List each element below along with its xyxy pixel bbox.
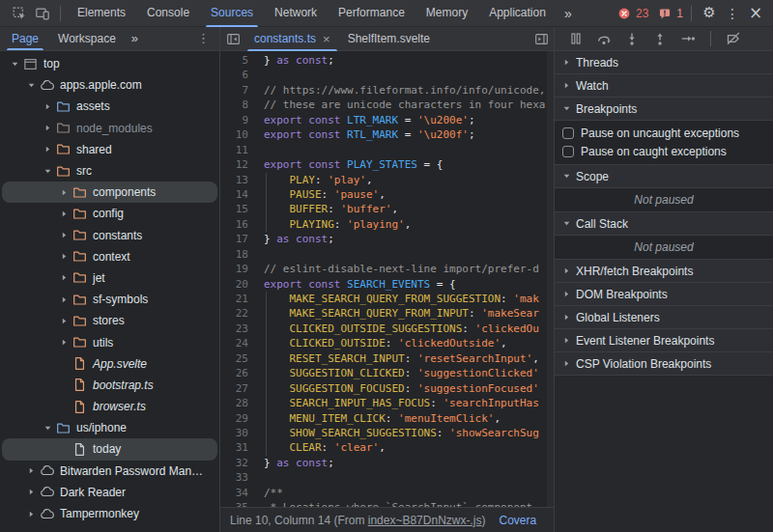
line-number[interactable]: 24 — [220, 336, 252, 350]
line-number[interactable]: 32 — [220, 456, 252, 470]
chevron-right-icon[interactable] — [24, 488, 38, 496]
chevron-right-icon[interactable] — [41, 124, 54, 132]
tree-item-top[interactable]: top — [2, 53, 217, 74]
tree-item-utils[interactable]: utils — [2, 331, 217, 352]
checkbox[interactable] — [562, 127, 574, 139]
coverage-link[interactable]: Covera — [499, 514, 536, 527]
line-number[interactable]: 20 — [220, 277, 252, 292]
section-header[interactable]: DOM Breakpoints — [555, 283, 773, 305]
chevron-right-icon[interactable] — [41, 145, 54, 154]
tree-item-constants[interactable]: constants — [2, 225, 217, 246]
error-count[interactable]: 23 — [636, 7, 648, 20]
step-icon[interactable] — [676, 27, 700, 50]
section-header[interactable]: Scope — [555, 165, 773, 187]
tree-item-assets[interactable]: assets — [2, 96, 217, 117]
tree-item-bitwarden-password-man-[interactable]: Bitwarden Password Man… — [2, 461, 217, 482]
tree-item-config[interactable]: config — [2, 203, 217, 224]
tree-item-bootstrap-ts[interactable]: bootstrap.ts — [2, 375, 217, 396]
section-header[interactable]: Watch — [555, 74, 773, 97]
line-number[interactable]: 14 — [220, 187, 252, 202]
chevron-right-icon[interactable] — [41, 102, 54, 111]
chevron-right-icon[interactable] — [57, 317, 71, 325]
section-header[interactable]: CSP Violation Breakpoints — [555, 352, 773, 375]
checkbox[interactable] — [562, 146, 574, 157]
line-number[interactable]: 19 — [220, 262, 252, 276]
line-number[interactable]: 34 — [220, 486, 252, 500]
section-header[interactable]: Threads — [555, 51, 773, 73]
close-devtools-icon[interactable]: × — [744, 2, 767, 25]
chevron-right-icon[interactable] — [57, 273, 71, 282]
main-tab-sources[interactable]: Sources — [200, 0, 264, 27]
main-tab-performance[interactable]: Performance — [328, 0, 415, 27]
step-out-icon[interactable] — [648, 27, 672, 50]
main-tab-memory[interactable]: Memory — [415, 0, 478, 27]
line-number[interactable]: 10 — [220, 127, 252, 142]
kebab-menu-icon[interactable]: ⋮ — [721, 2, 744, 25]
line-number[interactable]: 9 — [220, 113, 252, 127]
tree-item-apps-apple-com[interactable]: apps.apple.com — [2, 74, 217, 96]
line-number[interactable]: 18 — [220, 247, 252, 262]
issues-badge-icon[interactable] — [658, 6, 673, 20]
line-number[interactable]: 26 — [220, 366, 252, 380]
issue-count[interactable]: 1 — [676, 7, 683, 20]
tree-item-app-svelte[interactable]: App.svelte — [2, 353, 217, 375]
main-tab-console[interactable]: Console — [136, 0, 200, 27]
line-number[interactable]: 23 — [220, 322, 252, 336]
code-editor[interactable]: 5} as const;67// https://www.fileformat.… — [220, 51, 554, 507]
chevron-right-icon[interactable] — [24, 466, 38, 475]
pause-icon[interactable] — [564, 27, 587, 50]
section-header[interactable]: XHR/fetch Breakpoints — [555, 260, 773, 282]
section-header[interactable]: Call Stack — [555, 212, 773, 235]
line-number[interactable]: 25 — [220, 351, 252, 366]
editor-tab-constants[interactable]: constants.ts × — [245, 27, 339, 51]
section-header[interactable]: Event Listener Breakpoints — [555, 329, 773, 351]
more-navigator-tabs-chevron[interactable]: » — [126, 27, 144, 50]
line-number[interactable]: 11 — [220, 143, 252, 157]
tree-item-tampermonkey[interactable]: Tampermonkey — [2, 503, 217, 524]
tree-item-browser-ts[interactable]: browser.ts — [2, 396, 217, 417]
step-into-icon[interactable] — [620, 27, 644, 50]
tree-item-dark-reader[interactable]: Dark Reader — [2, 482, 217, 503]
error-badge-icon[interactable] — [617, 6, 632, 20]
more-panels-chevron[interactable]: » — [557, 6, 580, 21]
chevron-right-icon[interactable] — [57, 231, 71, 239]
chevron-right-icon[interactable] — [57, 295, 71, 304]
tree-item-context[interactable]: context — [2, 246, 217, 267]
line-number[interactable]: 15 — [220, 202, 252, 216]
line-number[interactable]: 35 — [220, 500, 252, 507]
hide-navigator-icon[interactable] — [220, 27, 245, 50]
line-number[interactable]: 21 — [220, 292, 252, 306]
tree-item-node-modules[interactable]: node_modules — [2, 118, 217, 139]
line-number[interactable]: 6 — [220, 68, 252, 82]
step-over-icon[interactable] — [592, 27, 616, 50]
tree-item-components[interactable]: components — [2, 182, 217, 203]
line-number[interactable]: 8 — [220, 98, 252, 112]
chevron-down-icon[interactable] — [41, 424, 54, 433]
section-header[interactable]: Breakpoints — [555, 98, 773, 120]
chevron-right-icon[interactable] — [57, 188, 71, 197]
chevron-down-icon[interactable] — [24, 81, 38, 90]
settings-gear-icon[interactable]: ⚙ — [698, 2, 721, 25]
line-number[interactable]: 17 — [220, 232, 252, 246]
chevron-down-icon[interactable] — [8, 60, 21, 69]
close-tab-icon[interactable]: × — [323, 33, 330, 45]
chevron-down-icon[interactable] — [41, 167, 54, 176]
device-toolbar-icon[interactable] — [31, 2, 54, 25]
line-number[interactable]: 7 — [220, 83, 252, 98]
navigator-tab-page[interactable]: Page — [2, 27, 48, 50]
line-number[interactable]: 28 — [220, 396, 252, 410]
inspect-element-icon[interactable] — [8, 2, 31, 25]
chevron-right-icon[interactable] — [57, 252, 71, 261]
chevron-right-icon[interactable] — [57, 210, 71, 218]
tree-item-jet[interactable]: jet — [2, 267, 217, 289]
line-number[interactable]: 5 — [220, 53, 252, 68]
navigator-kebab-menu-icon[interactable]: ⋮ — [187, 27, 219, 50]
tree-item-src[interactable]: src — [2, 160, 217, 182]
chevron-right-icon[interactable] — [24, 510, 38, 518]
line-number[interactable]: 33 — [220, 470, 252, 485]
main-tab-application[interactable]: Application — [478, 0, 557, 27]
show-debugger-panel-icon[interactable] — [529, 27, 554, 50]
source-file-link[interactable]: index~B87DnNzwx-.js — [368, 514, 482, 527]
line-number[interactable]: 13 — [220, 173, 252, 187]
line-number[interactable]: 22 — [220, 306, 252, 321]
